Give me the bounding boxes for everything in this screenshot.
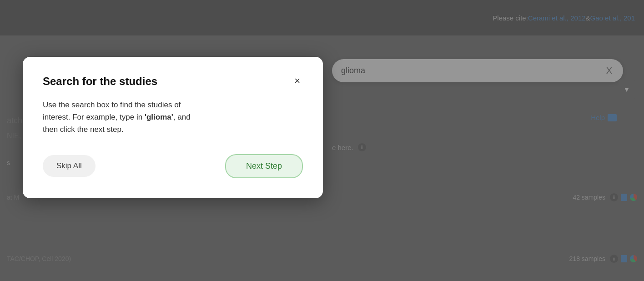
modal-footer: Skip All Next Step	[43, 154, 303, 178]
modal-body-line3: , and	[173, 113, 191, 121]
modal-close-button[interactable]: ×	[292, 75, 303, 87]
next-step-button[interactable]: Next Step	[225, 154, 303, 178]
modal-body-line2: interest. For example, type in	[43, 113, 145, 121]
modal-body-line1: Use the search box to find the studies o…	[43, 100, 181, 109]
modal-body: Use the search box to find the studies o…	[43, 99, 303, 136]
tutorial-modal: Search for the studies × Use the search …	[23, 57, 323, 198]
modal-body-bold: 'glioma'	[145, 113, 173, 121]
modal-body-line4: then click the next step.	[43, 125, 124, 134]
skip-all-button[interactable]: Skip All	[43, 155, 96, 177]
modal-header: Search for the studies ×	[43, 75, 303, 88]
modal-title: Search for the studies	[43, 75, 157, 88]
